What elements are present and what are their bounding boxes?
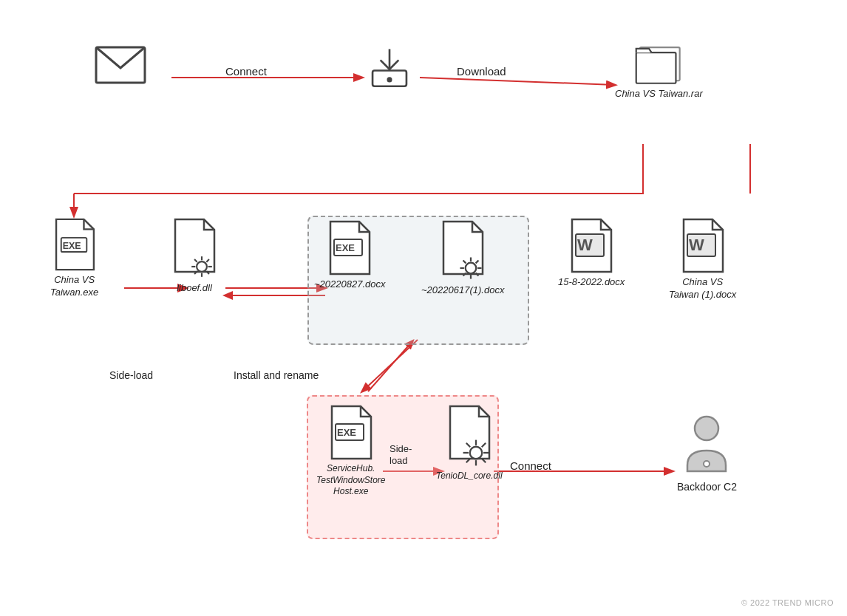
svg-point-53 [695, 417, 718, 440]
doc2-gear-icon [456, 253, 486, 283]
svg-text:W: W [689, 236, 704, 254]
doc1-label: ~20220827.docx [314, 278, 386, 291]
svg-line-23 [194, 259, 197, 262]
tenio-label: TenioDL_core.dll [436, 470, 503, 482]
doc2-wrap: ~20220617(1).docx [421, 220, 504, 297]
svg-line-25 [206, 259, 209, 262]
doc3-label: 15-8-2022.docx [558, 276, 625, 289]
tenio-wrap: TenioDL_core.dll [436, 405, 503, 482]
liboef-label: liboef.dll [177, 282, 212, 295]
doc3-wrap: W 15-8-2022.docx [558, 218, 625, 289]
copyright: © 2022 TREND MICRO [741, 598, 834, 607]
download-station-wrap [367, 46, 412, 90]
svg-line-26 [194, 271, 197, 274]
backdoor-wrap: Backdoor C2 [677, 412, 737, 493]
sideload1-label: Side-load [109, 369, 153, 381]
download-label: Download [457, 65, 506, 78]
china-exe-icon: EXE [52, 218, 98, 271]
sideload2-label: Side-load [390, 443, 412, 466]
svg-line-24 [206, 271, 209, 274]
doc4-wrap: W China VS Taiwan (1).docx [669, 218, 736, 301]
download-station-icon [367, 46, 412, 90]
doc1-wrap: EXE ~20220827.docx [314, 220, 386, 291]
china-exe-wrap: EXE China VS Taiwan.exe [50, 218, 98, 299]
service-exe-label: ServiceHub. TestWindowStore Host.exe [316, 463, 386, 498]
svg-point-13 [387, 77, 392, 82]
email-icon [95, 46, 146, 84]
svg-line-34 [463, 261, 466, 264]
svg-line-1 [420, 78, 615, 85]
svg-line-52 [466, 459, 470, 462]
svg-point-44 [470, 447, 483, 459]
svg-rect-15 [636, 52, 676, 83]
backdoor-label: Backdoor C2 [677, 480, 737, 493]
svg-line-37 [463, 273, 466, 276]
service-exe-icon: EXE [328, 405, 374, 460]
svg-point-29 [466, 263, 477, 274]
email-icon-wrap [95, 46, 146, 84]
svg-line-50 [482, 459, 486, 462]
svg-line-7 [368, 341, 412, 391]
connect2-label: Connect [510, 459, 551, 472]
svg-line-36 [476, 261, 479, 264]
doc2-label: ~20220617(1).docx [421, 284, 504, 297]
svg-point-18 [197, 261, 207, 272]
service-exe-wrap: EXE ServiceHub. TestWindowStore Host.exe [316, 405, 386, 498]
svg-point-54 [704, 461, 710, 467]
doc1-icon: EXE [327, 220, 373, 276]
doc4-label: China VS Taiwan (1).docx [669, 276, 736, 301]
tenio-gear-icon [460, 437, 492, 469]
svg-text:EXE: EXE [337, 427, 356, 438]
diagram: China VS Taiwan.rar Connect Download EXE… [0, 0, 847, 616]
doc3-icon: W [568, 218, 614, 273]
svg-line-49 [466, 443, 470, 447]
install-rename-label: Install and rename [234, 369, 319, 381]
folder-label: China VS Taiwan.rar [615, 88, 703, 100]
svg-text:EXE: EXE [336, 242, 355, 253]
svg-text:W: W [577, 236, 593, 254]
svg-text:EXE: EXE [62, 241, 81, 251]
doc4-icon: W [680, 218, 726, 273]
svg-line-51 [482, 443, 486, 447]
liboef-gear-icon [188, 253, 216, 281]
liboef-wrap: liboef.dll [171, 218, 217, 295]
backdoor-icon [677, 412, 736, 479]
china-exe-label: China VS Taiwan.exe [50, 274, 98, 299]
svg-line-6 [362, 340, 418, 391]
folder-icon-wrap: China VS Taiwan.rar [615, 41, 703, 100]
folder-icon [635, 41, 683, 85]
svg-line-35 [476, 273, 479, 276]
connect1-label: Connect [225, 65, 267, 78]
